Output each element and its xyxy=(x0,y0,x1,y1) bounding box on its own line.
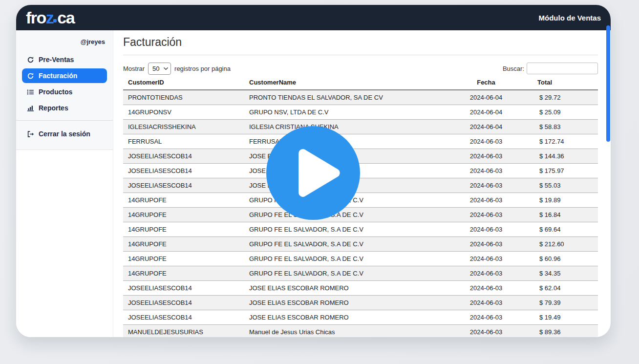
customer-name-cell: JOSE ELIAS ESCOBAR ROMERO xyxy=(244,280,440,295)
table-row: MANUELDEJESUSURIASManuel de Jesus Urias … xyxy=(123,324,598,337)
total-cell: $ 175.97 xyxy=(532,163,598,178)
sidebar: @jreyes Pre-VentasFacturaciónProductosRe… xyxy=(16,30,113,337)
table-row: 14GRUPOFEGRUPO FE EL SALVADOR, S.A DE C.… xyxy=(123,251,598,266)
sidebar-panel: @jreyes Pre-VentasFacturaciónProductosRe… xyxy=(16,30,113,150)
customer-id-cell: 14GRUPONSV xyxy=(123,105,244,119)
total-cell: $ 19.89 xyxy=(532,193,598,207)
sidebar-item-label: Reportes xyxy=(39,104,68,112)
customer-id-cell: 14GRUPOFE xyxy=(123,266,244,280)
page-length-control: Mostrar 50 registros por página xyxy=(123,63,231,75)
list-icon xyxy=(27,88,34,96)
brand-suffix: ca xyxy=(57,9,74,26)
title-divider xyxy=(123,55,598,55)
vertical-scrollbar-thumb[interactable] xyxy=(606,25,610,142)
customer-id-cell: JOSEELIASESCOB14 xyxy=(123,163,244,178)
customer-name-cell: GRUPO FE EL SALVADOR, S.A DE C.V xyxy=(244,266,440,280)
customer-name-cell: GRUPO NSV, LTDA DE C.V xyxy=(244,105,440,119)
total-cell: $ 55.03 xyxy=(532,178,598,193)
total-cell: $ 69.64 xyxy=(532,222,598,236)
logout-icon xyxy=(27,130,34,138)
table-controls: Mostrar 50 registros por página Buscar: xyxy=(123,62,598,75)
bar-chart-icon xyxy=(27,105,34,112)
table-row: 14GRUPOFEGRUPO FE EL SALVADOR, S.A DE C.… xyxy=(123,207,598,222)
fecha-cell: 2024-06-03 xyxy=(440,324,532,337)
total-cell: $ 144.36 xyxy=(532,149,598,163)
total-cell: $ 79.39 xyxy=(532,295,598,310)
fecha-cell: 2024-06-03 xyxy=(440,310,532,324)
customer-id-cell: JOSEELIASESCOB14 xyxy=(123,178,244,193)
customer-id-cell: PRONTOTIENDAS xyxy=(123,90,244,105)
sidebar-item-label: Cerrar la sesión xyxy=(39,130,90,138)
table-row: JOSEELIASESCOB14JOSE ELIAS ESCOBAR ROMER… xyxy=(123,149,598,163)
customer-id-cell: JOSEELIASESCOB14 xyxy=(123,310,244,324)
column-header-total[interactable]: Total xyxy=(532,75,598,90)
customer-name-cell: GRUPO FE EL SALVADOR, S.A DE C.V xyxy=(244,222,440,236)
table-row: JOSEELIASESCOB14JOSE ELIAS ESCOBAR ROMER… xyxy=(123,310,598,324)
column-header-customername[interactable]: CustomerName xyxy=(244,75,440,90)
table-row: 14GRUPONSVGRUPO NSV, LTDA DE C.V2024-06-… xyxy=(123,105,598,119)
sidebar-divider xyxy=(16,120,113,121)
video-play-button[interactable] xyxy=(266,126,360,220)
sidebar-item-reportes[interactable]: Reportes xyxy=(22,101,107,115)
customer-id-cell: 14GRUPOFE xyxy=(123,193,244,207)
customer-name-cell: GRUPO FE EL SALVADOR, S.A DE C.V xyxy=(244,236,440,251)
table-row: FERRUSALFERRUSAL S.A DE C.V2024-06-03$ 1… xyxy=(123,134,598,149)
sidebar-item-label: Pre-Ventas xyxy=(39,56,74,64)
fecha-cell: 2024-06-03 xyxy=(440,149,532,163)
brand-accent-letter: z xyxy=(46,9,54,26)
table-header-row: CustomerIDCustomerNameFechaTotal xyxy=(123,75,598,90)
customer-name-cell: PRONTO TIENDAS EL SALVADOR, SA DE CV xyxy=(244,90,440,105)
table-row: JOSEELIASESCOB14JOSE ELIAS ESCOBAR ROMER… xyxy=(123,163,598,178)
page-background: frozca Módulo de Ventas @jreyes Pre-Vent… xyxy=(0,0,639,364)
customer-id-cell: MANUELDEJESUSURIAS xyxy=(123,324,244,337)
total-cell: $ 60.96 xyxy=(532,251,598,266)
customer-id-cell: JOSEELIASESCOB14 xyxy=(123,280,244,295)
total-cell: $ 58.83 xyxy=(532,119,598,134)
column-header-customerid[interactable]: CustomerID xyxy=(123,75,244,90)
main-content: Facturación Mostrar 50 registros por pág… xyxy=(113,30,611,337)
total-cell: $ 19.49 xyxy=(532,310,598,324)
top-header-bar: frozca Módulo de Ventas xyxy=(16,5,611,30)
sidebar-item-productos[interactable]: Productos xyxy=(22,85,107,99)
sync-icon xyxy=(27,72,34,80)
table-row: JOSEELIASESCOB14JOSE ELIAS ESCOBAR ROMER… xyxy=(123,295,598,310)
table-row: 14GRUPOFEGRUPO FE EL SALVADOR, S.A DE C.… xyxy=(123,266,598,280)
customer-id-cell: 14GRUPOFE xyxy=(123,251,244,266)
sidebar-item-label: Facturación xyxy=(39,72,77,80)
table-row: JOSEELIASESCOB14JOSE ELIAS ESCOBAR ROMER… xyxy=(123,178,598,193)
module-title: Módulo de Ventas xyxy=(538,14,601,22)
customer-id-cell: FERRUSAL xyxy=(123,134,244,149)
table-row: PRONTOTIENDASPRONTO TIENDAS EL SALVADOR,… xyxy=(123,90,598,105)
customer-name-cell: JOSE ELIAS ESCOBAR ROMERO xyxy=(244,310,440,324)
fecha-cell: 2024-06-03 xyxy=(440,207,532,222)
customer-id-cell: IGLESIACRISSHEKINA xyxy=(123,119,244,134)
search-input[interactable] xyxy=(527,63,598,74)
sidebar-nav: Pre-VentasFacturaciónProductosReportes xyxy=(22,52,107,115)
customer-id-cell: JOSEELIASESCOB14 xyxy=(123,295,244,310)
sidebar-item-logout[interactable]: Cerrar la sesión xyxy=(22,127,107,141)
column-header-fecha[interactable]: Fecha xyxy=(440,75,532,90)
sync-icon xyxy=(27,56,34,64)
total-cell: $ 29.72 xyxy=(532,90,598,105)
customer-id-cell: 14GRUPOFE xyxy=(123,236,244,251)
fecha-cell: 2024-06-03 xyxy=(440,236,532,251)
sidebar-item-pre-ventas[interactable]: Pre-Ventas xyxy=(22,52,107,67)
table-row: 14GRUPOFEGRUPO FE EL SALVADOR, S.A DE C.… xyxy=(123,193,598,207)
page-title: Facturación xyxy=(123,35,598,49)
customer-name-cell: Manuel de Jesus Urias Chicas xyxy=(244,324,440,337)
total-cell: $ 212.60 xyxy=(532,236,598,251)
fecha-cell: 2024-06-03 xyxy=(440,266,532,280)
sidebar-item-label: Productos xyxy=(39,88,72,96)
total-cell: $ 25.09 xyxy=(532,105,598,119)
sidebar-item-facturacion[interactable]: Facturación xyxy=(22,68,107,83)
customer-name-cell: JOSE ELIAS ESCOBAR ROMERO xyxy=(244,295,440,310)
brand-prefix: fro xyxy=(26,9,46,26)
fecha-cell: 2024-06-03 xyxy=(440,163,532,178)
customer-name-cell: GRUPO FE EL SALVADOR, S.A DE C.V xyxy=(244,251,440,266)
page-size-select[interactable]: 50 xyxy=(148,63,171,75)
total-cell: $ 89.36 xyxy=(532,324,598,337)
records-label: registros por página xyxy=(174,65,231,72)
invoices-table: CustomerIDCustomerNameFechaTotal PRONTOT… xyxy=(123,75,598,337)
customer-id-cell: 14GRUPOFE xyxy=(123,207,244,222)
fecha-cell: 2024-06-03 xyxy=(440,222,532,236)
